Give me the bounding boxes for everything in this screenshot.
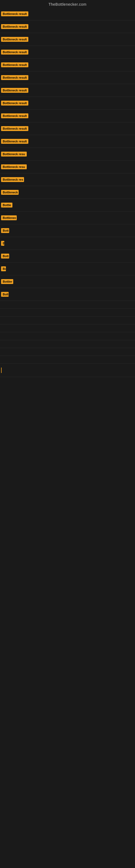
list-item: Bottleneck result [0, 20, 135, 33]
cursor-indicator [1, 368, 2, 373]
bottleneck-badge[interactable]: Bottler [1, 279, 13, 284]
list-item: Bolt [0, 288, 135, 301]
list-item: Bottleneck resu [0, 161, 135, 173]
bottleneck-badge[interactable]: B [1, 241, 4, 246]
bottleneck-badge[interactable]: Bolt [1, 292, 9, 297]
list-item [0, 340, 135, 348]
rows-container: Bottleneck resultBottleneck resultBottle… [0, 8, 135, 377]
list-item: Bott [0, 224, 135, 237]
bottleneck-badge[interactable]: Bottleneck res [1, 177, 24, 182]
list-item: Bottleneck result [0, 97, 135, 110]
bottleneck-badge[interactable]: Bottleneck result [1, 113, 28, 118]
list-item [0, 356, 135, 364]
bottleneck-badge[interactable]: Bottleneck result [1, 37, 28, 42]
list-item [0, 316, 135, 324]
list-item: Bottleneck res [0, 173, 135, 186]
bottleneck-badge[interactable]: Bottleneck result [1, 101, 28, 105]
list-item: Bottleneck resu [0, 148, 135, 161]
list-item: Bottleneck result [0, 59, 135, 71]
list-item [0, 324, 135, 332]
list-item [0, 309, 135, 316]
bottleneck-badge[interactable]: Bottleneck result [1, 126, 28, 131]
list-item [0, 364, 135, 377]
bottleneck-badge[interactable]: Bottleneck result [1, 62, 28, 67]
list-item: Bottleneck result [0, 33, 135, 46]
list-item: Bottleneck result [0, 84, 135, 97]
list-item: Bott [0, 250, 135, 262]
list-item: Bottler [0, 275, 135, 288]
bottleneck-badge[interactable]: Bottleneck result [1, 88, 28, 93]
bottleneck-badge[interactable]: Bottleneck result [1, 75, 28, 80]
list-item: Bo [0, 262, 135, 275]
list-item: Bottle [0, 199, 135, 212]
bottleneck-badge[interactable]: Bottleneck result [1, 50, 28, 55]
bottleneck-badge[interactable]: Bo [1, 267, 6, 271]
list-item: Bottlenec [0, 212, 135, 224]
bottleneck-badge[interactable]: Bottleneck resu [1, 164, 27, 169]
site-title: TheBottlenecker.com [0, 0, 135, 8]
bottleneck-badge[interactable]: Bottleneck result [1, 24, 28, 29]
bottleneck-badge[interactable]: Bott [1, 228, 9, 233]
list-item: Bottleneck result [0, 135, 135, 148]
list-item: Bottleneck result [0, 122, 135, 135]
bottleneck-badge[interactable]: Bottleneck [1, 190, 18, 195]
site-title-bar: TheBottlenecker.com [0, 0, 135, 8]
list-item [0, 301, 135, 309]
bottleneck-badge[interactable]: Bottleneck resu [1, 152, 27, 156]
list-item: Bottleneck [0, 186, 135, 199]
bottleneck-badge[interactable]: Bott [1, 254, 9, 258]
bottleneck-badge[interactable]: Bottlenec [1, 215, 17, 220]
list-item: Bottleneck result [0, 71, 135, 84]
list-item: Bottleneck result [0, 8, 135, 20]
list-item: B [0, 237, 135, 250]
bottleneck-badge[interactable]: Bottle [1, 203, 12, 208]
list-item [0, 348, 135, 356]
bottleneck-badge[interactable]: Bottleneck result [1, 139, 28, 144]
list-item: Bottleneck result [0, 46, 135, 59]
bottleneck-badge[interactable]: Bottleneck result [1, 11, 28, 16]
list-item: Bottleneck result [0, 110, 135, 122]
list-item [0, 332, 135, 340]
